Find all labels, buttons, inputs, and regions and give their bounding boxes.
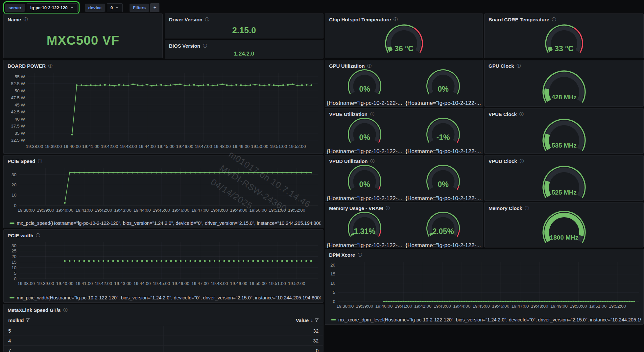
server-variable-dropdown[interactable]: lg-pc-10-2-122-120 (27, 3, 77, 12)
svg-text:20: 20 (330, 263, 335, 268)
pcie-speed-chart[interactable]: 19:38:0019:39:0019:40:0019:41:0019:42:00… (4, 165, 323, 220)
gauge-series-label: {Hostname="lg-pc-10-2-122-... (405, 242, 481, 249)
svg-text:19:38:00: 19:38:00 (17, 208, 35, 213)
server-variable-group: server lg-pc-10-2-122-120 (3, 1, 80, 14)
panel-title[interactable]: Board CORE Temperature (489, 17, 549, 22)
info-icon[interactable]: ⓘ (517, 64, 521, 68)
svg-text:19:50:00: 19:50:00 (251, 144, 269, 149)
device-variable-dropdown[interactable]: 0 (107, 3, 123, 12)
filter-icon[interactable] (26, 318, 30, 322)
info-icon[interactable]: ⓘ (394, 17, 398, 22)
legend-item[interactable]: mx_pcie_width{Hostname="lg-pc-10-2-122-1… (17, 295, 321, 300)
svg-text:40 W: 40 W (14, 117, 25, 122)
info-icon[interactable]: ⓘ (386, 206, 390, 210)
svg-text:19:39:00: 19:39:00 (37, 208, 54, 213)
svg-text:19:43:00: 19:43:00 (120, 144, 137, 149)
svg-text:19:51:00: 19:51:00 (270, 144, 287, 149)
panel-title[interactable]: Chip Hotspot Temperature (329, 17, 391, 22)
gauge-series-label: {Hostname="lg-pc-10-2-122-... (405, 100, 481, 106)
panel-title[interactable]: PCIE Speed (8, 158, 35, 164)
panel-chip-hotspot-temperature: Chip Hotspot Temperatureⓘ 36 °C (325, 13, 483, 58)
filter-icon[interactable] (315, 318, 319, 322)
legend-item[interactable]: mx_pcie_speed{Hostname="lg-pc-10-2-122-1… (17, 221, 321, 226)
panel-title[interactable]: DPM Xcore (329, 252, 355, 258)
info-icon[interactable]: ⓘ (38, 159, 42, 163)
svg-text:535 MHz: 535 MHz (551, 142, 576, 149)
info-icon[interactable]: ⓘ (205, 17, 209, 22)
dpm-xcore-chart[interactable]: 19:38:0019:39:0019:40:0019:41:0019:42:00… (325, 258, 643, 317)
board-power-chart[interactable]: 19:38:0019:39:0019:40:0019:41:0019:42:00… (4, 69, 323, 153)
svg-text:19:45:00: 19:45:00 (157, 144, 175, 149)
pcie-width-chart[interactable]: 19:38:0019:39:0019:40:0019:41:0019:42:00… (4, 239, 323, 294)
panel-title[interactable]: VPUD Clock (489, 158, 517, 164)
svg-text:37.5 W: 37.5 W (11, 124, 25, 129)
gauge-series-label: {Hostname="lg-pc-10-2-122-... (327, 100, 402, 106)
panel-title[interactable]: Driver Version (169, 17, 203, 22)
svg-text:52.5 W: 52.5 W (11, 81, 25, 86)
panel-title[interactable]: Memory Clock (489, 205, 522, 211)
add-filter-button[interactable]: + (150, 3, 159, 12)
svg-text:25: 25 (12, 248, 16, 253)
svg-text:10: 10 (12, 265, 16, 270)
info-icon[interactable]: ⓘ (519, 112, 524, 116)
svg-text:19:51:00: 19:51:00 (269, 208, 286, 213)
svg-text:5: 5 (333, 290, 335, 295)
panel-title[interactable]: MetaXLink Speed GT/s (8, 307, 61, 313)
gauge-pair: 0%{Hostname="lg-pc-10-2-122-... 0%{Hostn… (325, 69, 483, 106)
info-icon[interactable]: ⓘ (370, 112, 374, 116)
panel-board-core-temperature: Board CORE Temperatureⓘ 33 °C (484, 13, 644, 58)
mem-vram-gauge-1: 2.05% (418, 211, 468, 243)
svg-text:0%: 0% (359, 133, 370, 142)
info-icon[interactable]: ⓘ (552, 17, 556, 22)
legend-swatch (331, 319, 336, 320)
info-icon[interactable]: ⓘ (367, 64, 371, 68)
driver-version-value: 2.15.0 (165, 25, 323, 35)
panel-title[interactable]: PCIE width (8, 233, 33, 238)
panel-pcie-width: PCIE widthⓘ 19:38:0019:39:0019:40:0019:4… (3, 229, 323, 303)
svg-text:19:48:00: 19:48:00 (211, 208, 228, 213)
info-icon[interactable]: ⓘ (358, 253, 362, 257)
vpue-util-gauge-0: 0% (340, 117, 389, 149)
info-icon[interactable]: ⓘ (24, 17, 28, 22)
svg-text:5: 5 (14, 271, 16, 276)
panel-pcie-speed: PCIE Speedⓘ 19:38:0019:39:0019:40:0019:4… (3, 155, 323, 228)
panel-gpu-clock: GPU Clockⓘ 428 MHz (484, 60, 644, 107)
panel-board-power: BOARD POWERⓘ 19:38:0019:39:0019:40:0019:… (3, 60, 323, 154)
info-icon[interactable]: ⓘ (525, 206, 529, 210)
column-header-value[interactable]: Value ↓ (296, 317, 319, 323)
panel-title[interactable]: VPUE Clock (489, 111, 517, 117)
panel-title[interactable]: BIOS Version (169, 43, 200, 49)
panel-title[interactable]: GPU Utilization (329, 63, 365, 69)
info-icon[interactable]: ⓘ (370, 159, 375, 163)
info-icon[interactable]: ⓘ (36, 233, 40, 238)
sort-descending-icon[interactable]: ↓ (311, 318, 313, 323)
filters-button[interactable]: Filters (130, 4, 149, 12)
panel-title[interactable]: VPUD Utilization (329, 158, 368, 164)
panel-dpm-xcore: DPM Xcoreⓘ 19:38:0019:39:0019:40:0019:41… (325, 249, 644, 325)
panel-vpud-utilization: VPUD Utilizationⓘ 0%{Hostname="lg-pc-10-… (325, 155, 483, 201)
panel-title[interactable]: BOARD POWER (8, 63, 46, 69)
panel-title[interactable]: VPUE Utilization (329, 111, 368, 117)
panel-name: Nameⓘ MXC500 VF (3, 13, 163, 58)
panel-title[interactable]: Memory Usage - VRAM (329, 205, 383, 211)
column-header-mxlkid[interactable]: mxlkId (8, 317, 30, 323)
panel-title[interactable]: Name (8, 17, 21, 22)
mem-vram-gauge-0: 1.31% (340, 211, 389, 243)
server-variable-label: server (5, 4, 25, 12)
svg-text:19:39:00: 19:39:00 (37, 281, 54, 286)
svg-text:19:50:00: 19:50:00 (250, 281, 267, 286)
info-icon[interactable]: ⓘ (203, 44, 207, 48)
legend-item[interactable]: mx_xcore_dpm_level{Hostname="lg-pc-10-2-… (338, 317, 641, 322)
svg-text:10: 10 (330, 281, 335, 286)
svg-text:19:40:00: 19:40:00 (375, 304, 393, 309)
info-icon[interactable]: ⓘ (48, 64, 53, 68)
bios-version-value: 1.24.2.0 (165, 51, 323, 57)
grafana-dashboard: server lg-pc-10-2-122-120 device 0 Filte… (0, 0, 644, 352)
table-row: 532 (4, 326, 323, 336)
panel-title[interactable]: GPU Clock (489, 63, 514, 69)
info-icon[interactable]: ⓘ (63, 308, 68, 312)
svg-text:19:41:00: 19:41:00 (76, 281, 93, 286)
svg-text:0%: 0% (438, 180, 449, 189)
info-icon[interactable]: ⓘ (520, 159, 524, 163)
svg-text:19:50:00: 19:50:00 (250, 208, 267, 213)
